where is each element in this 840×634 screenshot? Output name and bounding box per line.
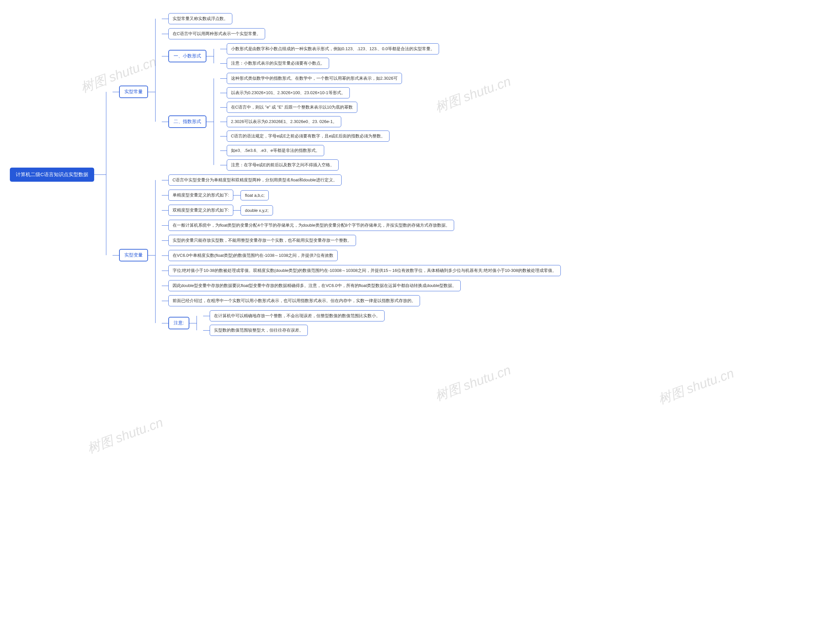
branch-const[interactable]: 实型常量 [119, 85, 148, 98]
leaf[interactable]: 实型的变量只能存放实型数，不能用整型变量存放一个实数，也不能用实型变量存放一个整… [168, 235, 356, 246]
leaf[interactable]: 实型数的数值范围较整型大，但往往存在误差。 [210, 325, 308, 336]
leaf[interactable]: 在VC6.0中单精度实数(float类型)的数值范围约在-1038～1038之间… [168, 250, 338, 261]
leaf[interactable]: 在一般计算机系统中，为float类型的变量分配4个字节的存储单元，为double… [168, 220, 454, 231]
connector [112, 255, 119, 255]
leaf[interactable]: 小数形式是由数字和小数点组成的一种实数表示形式，例如0.123、.123、123… [227, 43, 439, 54]
bracket-decimal [214, 43, 220, 69]
leaf[interactable]: 字位;绝对值小于10-38的数被处理成零值。双精度实数(double类型)的数值… [168, 265, 561, 276]
level1-children: 实型常量 实型常量又称实数或浮点数。 在C语言中可以用两种形式表示一个实型常量。… [112, 13, 561, 336]
bracket-l1 [106, 13, 112, 336]
watermark: 树图 shutu.cn [655, 364, 737, 408]
connector [203, 330, 210, 331]
leaf[interactable]: 实型常量又称实数或浮点数。 [168, 13, 232, 24]
leaf[interactable]: 在C语言中，则以 "e" 或 "E" 后跟一个整数来表示以10为底的幂数 [227, 102, 357, 113]
connector [162, 195, 168, 196]
connector [220, 63, 227, 64]
connector [203, 316, 210, 316]
leaf[interactable]: 注意：在字母e或E的前后以及数字之间不得插入空格。 [227, 159, 339, 170]
connector [162, 271, 168, 271]
leaf[interactable]: 因此double型变量中存放的数据要比float型变量中存放的数据精确得多。注意… [168, 280, 461, 291]
bracket-exp [214, 73, 220, 170]
connector [220, 78, 227, 79]
leaf[interactable]: 2.3026可以表示为0.23026E1、2.3026e0、23. 026e-1… [227, 116, 341, 127]
watermark: 树图 shutu.cn [433, 361, 513, 405]
connector [162, 240, 168, 241]
connector [162, 210, 168, 211]
leaf-single-label[interactable]: 单精度型变量定义的形式如下: [168, 189, 234, 201]
connector [233, 195, 240, 196]
connector [162, 19, 168, 19]
branch-note[interactable]: 注意: [168, 317, 189, 329]
connector [189, 323, 197, 323]
connector [233, 210, 240, 211]
leaf[interactable]: C语言的语法规定，字母e或E之前必须要有数字，且e或E后面的指数必须为整数。 [227, 131, 390, 142]
branch-decimal[interactable]: 一、小数形式 [168, 50, 206, 62]
leaf[interactable]: 如e3、.5e3.6、.e3、e等都是非法的指数形式。 [227, 145, 324, 156]
connector [162, 323, 168, 323]
connector [148, 255, 155, 255]
bracket-note [197, 310, 203, 336]
leaf[interactable]: 前面已经介绍过，在程序中一个实数可以用小数形式表示，也可以用指数形式表示。但在内… [168, 295, 420, 306]
var-children: C语言中实型变量分为单精度型和双精度型两种，分别用类型名float和double… [162, 175, 561, 336]
leaf[interactable]: 以表示为0.23026×101、2.3026×100、23.026×10-1等形… [227, 87, 350, 98]
leaf[interactable]: 在计算机中可以精确地存放一个整数，不会出现误差，但整型数值的数值范围比实数小。 [210, 310, 385, 322]
leaf-double-value[interactable]: double x,y,z; [240, 205, 273, 216]
connector [162, 285, 168, 286]
bracket-const [155, 13, 162, 170]
connector [162, 255, 168, 256]
branch-exp[interactable]: 二、指数形式 [168, 115, 206, 128]
leaf[interactable]: 在C语言中可以用两种形式表示一个实型常量。 [168, 28, 265, 39]
leaf-single-value[interactable]: float a,b,c; [240, 190, 269, 200]
bracket-var [155, 175, 162, 336]
connector [220, 49, 227, 49]
connector [206, 56, 214, 57]
connector [112, 92, 119, 92]
leaf[interactable]: C语言中实型变量分为单精度型和双精度型两种，分别用类型名float和double… [168, 175, 341, 186]
leaf[interactable]: 注意：小数形式表示的实型常量必须要有小数点。 [227, 58, 329, 69]
connector [162, 56, 168, 57]
branch-var[interactable]: 实型变量 [119, 249, 148, 262]
connector [162, 180, 168, 180]
root-node[interactable]: 计算机二级C语言知识点实型数据 [10, 167, 94, 182]
connector [220, 93, 227, 93]
connector [162, 301, 168, 301]
connector [162, 34, 168, 34]
const-children: 实型常量又称实数或浮点数。 在C语言中可以用两种形式表示一个实型常量。 一、小数… [162, 13, 439, 170]
leaf-double-label[interactable]: 双精度型变量定义的形式如下: [168, 205, 234, 216]
connector [148, 92, 155, 92]
watermark: 树图 shutu.cn [85, 413, 166, 457]
leaf[interactable]: 这种形式类似数学中的指数形式。在数学中，一个数可以用幂的形式来表示，如2.302… [227, 73, 402, 84]
mindmap: 计算机二级C语言知识点实型数据 实型常量 实型常量又称实数或浮点数。 在C语言中… [10, 13, 830, 336]
